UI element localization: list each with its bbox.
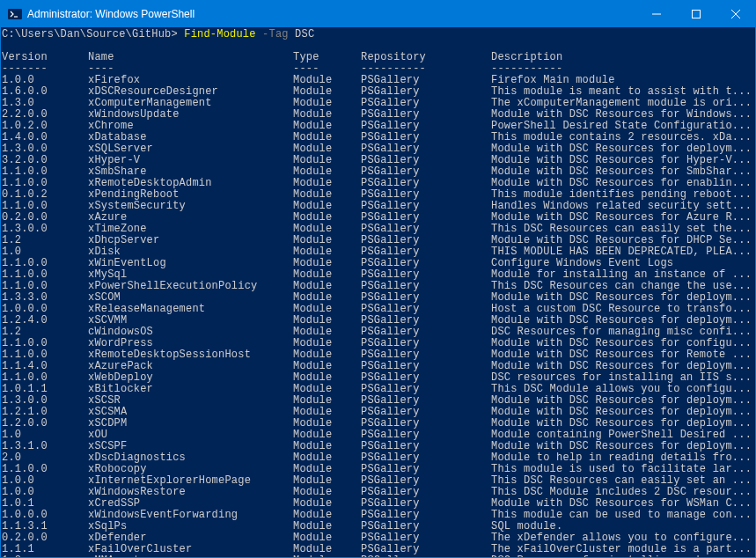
cell-type: Module <box>293 246 361 258</box>
cell-desc: Module with DSC Resources for deploym... <box>491 395 754 407</box>
cell-repo: PSGallery <box>361 441 491 452</box>
cell-type: Module <box>293 327 361 338</box>
prompt-path: C:\Users\Dan\Source\GitHub> <box>2 28 178 40</box>
table-row: 1.1.0.0xRobocopyModulePSGalleryThis modu… <box>2 464 754 475</box>
cell-version: 1.2.0.0 <box>2 418 88 430</box>
table-row: 1.0xOUModulePSGalleryModule containing P… <box>2 430 754 441</box>
cell-repo: PSGallery <box>361 349 491 361</box>
cell-type: Module <box>293 372 361 384</box>
table-row: 1.1.0.0xRemoteDesktopAdminModulePSGaller… <box>2 178 754 189</box>
cell-desc: Firefox Main module <box>491 75 754 86</box>
cell-repo: PSGallery <box>361 292 491 304</box>
cell-version: 1.1.1 <box>2 544 88 555</box>
cell-version: 1.1.0.0 <box>2 281 88 292</box>
terminal-body[interactable]: C:\Users\Dan\Source\GitHub> Find-Module … <box>1 27 755 557</box>
table-row: 0.2.0.0xDefenderModulePSGalleryThe xDefe… <box>2 532 754 544</box>
cell-desc: Module with DSC Resources for DHCP Se... <box>491 235 754 246</box>
cell-type: Module <box>293 143 361 155</box>
cell-type: Module <box>293 464 361 475</box>
cell-name: xSCSR <box>88 395 293 407</box>
cell-name: cWindowsOS <box>88 327 293 338</box>
cell-desc: The xComputerManagement module is ori... <box>491 98 754 109</box>
cell-version: 1.1.0.0 <box>2 269 88 281</box>
cell-name: xBitlocker <box>88 384 293 395</box>
cell-repo: PSGallery <box>361 132 491 143</box>
table-row: 1.1.1xFailOverClusterModulePSGalleryThe … <box>2 544 754 555</box>
cell-version: 1.3.0.0 <box>2 395 88 407</box>
cell-version: 1.0.2.0 <box>2 121 88 132</box>
table-row: 1.1.0.0xWordPressModulePSGalleryModule w… <box>2 338 754 349</box>
cell-repo: PSGallery <box>361 544 491 555</box>
cell-name: xWindowsUpdate <box>88 109 293 121</box>
table-row: 1.0.2.0xChromeModulePSGalleryPowerShell … <box>2 121 754 132</box>
cell-desc: Module for installing an instance of ... <box>491 269 754 281</box>
table-row: 1.1.3.1xSqlPsModulePSGallerySQL module. <box>2 521 754 532</box>
col-header-version: Version <box>2 52 88 63</box>
table-row: 1.3.3.0xSCOMModulePSGalleryModule with D… <box>2 292 754 304</box>
table-row: 1.3.0.0xSCSRModulePSGalleryModule with D… <box>2 395 754 407</box>
cell-name: xSqlPs <box>88 521 293 532</box>
cell-version: 1.0.0 <box>2 487 88 498</box>
table-row: 1.3.0.0xSQLServerModulePSGalleryModule w… <box>2 143 754 155</box>
cell-name: xSQLServer <box>88 143 293 155</box>
window-title: Administrator: Windows PowerShell <box>27 8 636 20</box>
table-row: 1.0.0xWindowsRestoreModulePSGalleryThis … <box>2 487 754 498</box>
cell-name: xSCDPM <box>88 418 293 430</box>
cell-type: Module <box>293 121 361 132</box>
cell-version: 1.0.0 <box>2 475 88 487</box>
cell-type: Module <box>293 475 361 487</box>
cell-name: xWordPress <box>88 338 293 349</box>
cell-desc: This module is used to facilitate lar... <box>491 464 754 475</box>
cell-type: Module <box>293 155 361 166</box>
cell-version: 1.1.4.0 <box>2 361 88 372</box>
cell-type: Module <box>293 544 361 555</box>
cell-repo: PSGallery <box>361 201 491 212</box>
cell-version: 1.3.0.0 <box>2 224 88 235</box>
cell-repo: PSGallery <box>361 121 491 132</box>
close-button[interactable] <box>716 1 755 27</box>
cell-repo: PSGallery <box>361 510 491 521</box>
cell-repo: PSGallery <box>361 532 491 544</box>
cell-desc: Module with DSC Resources for Hyper-V... <box>491 155 754 166</box>
col-header-type: Type <box>293 52 361 63</box>
cell-type: Module <box>293 235 361 246</box>
cell-repo: PSGallery <box>361 475 491 487</box>
cell-desc: This module can be used to manage con... <box>491 510 754 521</box>
cell-version: 1.1.0.0 <box>2 349 88 361</box>
cell-name: xFailOverCluster <box>88 544 293 555</box>
cell-version: 1.3.3.0 <box>2 292 88 304</box>
cell-repo: PSGallery <box>361 315 491 327</box>
cell-desc: DSC resources for installing an IIS s... <box>491 372 754 384</box>
cell-desc: THIS MODULE HAS BEEN DEPRECATED, PLEA... <box>491 246 754 258</box>
cell-version: 1.1.0.0 <box>2 338 88 349</box>
cell-desc: Module with DSC Resources for enablin... <box>491 178 754 189</box>
cell-repo: PSGallery <box>361 143 491 155</box>
minimize-button[interactable] <box>636 1 676 27</box>
table-body: 1.0.0xFirefoxModulePSGalleryFirefox Main… <box>2 75 754 557</box>
cell-desc: PowerShell Desired State Configuratio... <box>491 121 754 132</box>
cell-type: Module <box>293 487 361 498</box>
cell-name: xRobocopy <box>88 464 293 475</box>
cell-type: Module <box>293 430 361 441</box>
cell-type: Module <box>293 304 361 315</box>
cell-name: xAzurePack <box>88 361 293 372</box>
table-row: 1.3.1.0xSCSPFModulePSGalleryModule with … <box>2 441 754 452</box>
maximize-button[interactable] <box>676 1 716 27</box>
cell-name: xInternetExplorerHomePage <box>88 475 293 487</box>
table-row: 1.1.0.0xSmbShareModulePSGalleryModule wi… <box>2 166 754 178</box>
prompt-line: C:\Users\Dan\Source\GitHub> Find-Module … <box>2 29 754 40</box>
cell-repo: PSGallery <box>361 178 491 189</box>
cell-version: 1.1.0.0 <box>2 372 88 384</box>
cell-version: 0.2.0.0 <box>2 212 88 224</box>
cell-desc: Module with DSC Resources for Remote ... <box>491 349 754 361</box>
cell-name: xWindowsEventForwarding <box>88 510 293 521</box>
table-row: 1.1.0.0xPowerShellExecutionPolicyModuleP… <box>2 281 754 292</box>
cell-type: Module <box>293 258 361 269</box>
table-row: 1.2.4.0xSCVMMModulePSGalleryModule with … <box>2 315 754 327</box>
table-row: 1.2cWindowsOSModulePSGalleryDSC Resource… <box>2 327 754 338</box>
cell-name: xSystemSecurity <box>88 201 293 212</box>
cell-desc: Module with DSC Resources for configu... <box>491 338 754 349</box>
cell-desc: This DSC Module allows you to configu... <box>491 384 754 395</box>
titlebar[interactable]: Administrator: Windows PowerShell <box>1 1 755 27</box>
cell-version: 1.2.1.0 <box>2 407 88 418</box>
